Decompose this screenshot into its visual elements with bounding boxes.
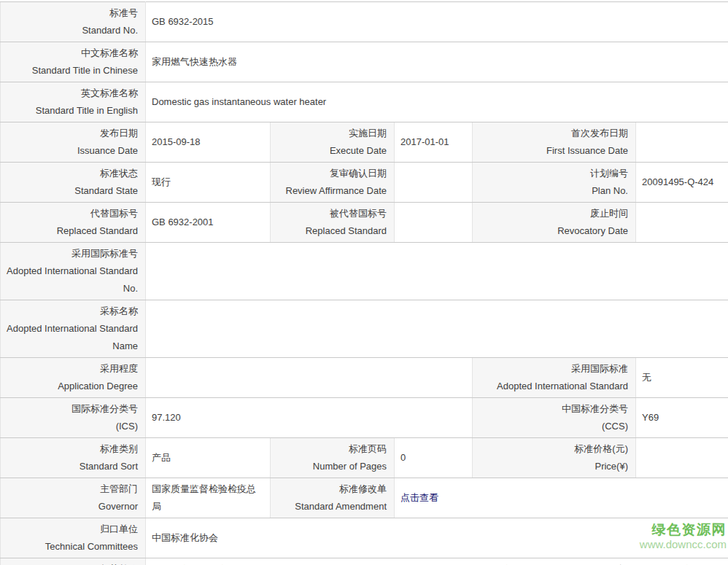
drafting-committee-value: 广东万家广东万家乐燃气具有限公司、青岛经济技术开发区海尔热水器有限公司、国家燃气… <box>146 558 728 565</box>
title-english-label-en: Standard Title in English <box>4 102 138 120</box>
adopted-intl-standard-label-zh: 采用国际标准 <box>476 360 628 378</box>
number-of-pages-label-en: Number of Pages <box>274 458 387 475</box>
replaced-standard-label-en: Replaced Standard <box>4 222 138 240</box>
ccs-label-en: (CCS) <box>476 418 628 435</box>
adopted-intl-standard-no-value <box>146 243 728 300</box>
standard-amendment-value: 点击查看 <box>395 478 728 518</box>
adopted-intl-standard-no-label-zh: 采用国际标准号 <box>4 245 138 262</box>
standard-amendment-label: 标准修改单 Standard Amendment <box>271 478 395 518</box>
row-standard-no: 标准号 Standard No. GB 6932-2015 <box>1 2 728 42</box>
first-issuance-date-label-zh: 首次发布日期 <box>476 125 628 142</box>
title-english-value: Domestic gas instantaneous water heater <box>146 82 728 122</box>
row-state-plan: 标准状态 Standard State 现行 复审确认日期 Review Aff… <box>1 163 728 203</box>
execute-date-value: 2017-01-01 <box>395 122 473 163</box>
standard-amendment-label-zh: 标准修改单 <box>274 480 387 498</box>
standard-no-label-en: Standard No. <box>4 22 138 39</box>
adopted-intl-standard-value: 无 <box>636 358 728 398</box>
review-affirmance-date-value <box>395 163 473 203</box>
technical-committees-value: 中国标准化协会 <box>146 518 728 558</box>
plan-no-value: 20091495-Q-424 <box>636 163 728 203</box>
replaced-by-standard-label-zh: 被代替国标号 <box>274 205 387 222</box>
review-affirmance-date-label-zh: 复审确认日期 <box>274 165 387 182</box>
price-label-zh: 标准价格(元) <box>476 440 628 458</box>
row-application-degree: 采用程度 Application Degree 采用国际标准 Adopted I… <box>1 358 728 398</box>
row-drafting-committee: 起草单位 Drafting Committee 广东万家广东万家乐燃气具有限公司… <box>1 558 728 565</box>
plan-no-label-en: Plan No. <box>476 182 628 200</box>
ics-value: 97.120 <box>146 398 473 438</box>
first-issuance-date-label-en: First Issuance Date <box>476 142 628 160</box>
standard-sort-label: 标准类别 Standard Sort <box>1 438 146 478</box>
issuance-date-label-en: Issuance Date <box>4 142 138 160</box>
adopted-intl-standard-name-label-zh: 采标名称 <box>4 303 138 320</box>
row-governor-amendment: 主管部门 Governor 国家质量监督检验检疫总局 标准修改单 Standar… <box>1 478 728 518</box>
ccs-label-zh: 中国标准分类号 <box>476 400 628 418</box>
technical-committees-label-zh: 归口单位 <box>4 521 138 538</box>
execute-date-label: 实施日期 Execute Date <box>271 122 395 163</box>
standard-sort-label-zh: 标准类别 <box>4 440 138 458</box>
drafting-committee-label-zh: 起草单位 <box>4 561 138 565</box>
adopted-intl-standard-name-value <box>146 300 728 358</box>
title-english-label-zh: 英文标准名称 <box>4 85 138 102</box>
ccs-label: 中国标准分类号 (CCS) <box>473 398 636 438</box>
title-chinese-label: 中文标准名称 Standard Title in Chinese <box>1 42 146 82</box>
standard-state-label-zh: 标准状态 <box>4 165 138 182</box>
application-degree-label-zh: 采用程度 <box>4 360 138 378</box>
replaced-by-standard-value <box>395 203 473 243</box>
standard-no-label: 标准号 Standard No. <box>1 2 146 42</box>
review-affirmance-date-label-en: Review Affirmance Date <box>274 182 387 200</box>
replaced-standard-value: GB 6932-2001 <box>146 203 271 243</box>
issuance-date-label: 发布日期 Issuance Date <box>1 122 146 163</box>
standard-state-label: 标准状态 Standard State <box>1 163 146 203</box>
governor-value: 国家质量监督检验检疫总局 <box>146 478 271 518</box>
title-chinese-label-zh: 中文标准名称 <box>4 44 138 62</box>
review-affirmance-date-label: 复审确认日期 Review Affirmance Date <box>271 163 395 203</box>
standard-amendment-link[interactable]: 点击查看 <box>400 492 438 503</box>
revocatory-date-value <box>636 203 728 243</box>
price-value <box>636 438 728 478</box>
adopted-intl-standard-name-label-en: Adopted International Standard Name <box>4 320 138 355</box>
row-title-english: 英文标准名称 Standard Title in English Domesti… <box>1 82 728 122</box>
adopted-intl-standard-no-label: 采用国际标准号 Adopted International Standard N… <box>1 243 146 300</box>
adopted-intl-standard-label-en: Adopted International Standard <box>476 378 628 395</box>
revocatory-date-label-zh: 废止时间 <box>476 205 628 222</box>
standard-amendment-label-en: Standard Amendment <box>274 498 387 515</box>
first-issuance-date-label: 首次发布日期 First Issuance Date <box>473 122 636 163</box>
issuance-date-value: 2015-09-18 <box>146 122 271 163</box>
number-of-pages-label-zh: 标准页码 <box>274 440 387 458</box>
execute-date-label-zh: 实施日期 <box>274 125 387 142</box>
standard-no-label-zh: 标准号 <box>4 4 138 22</box>
row-adopted-intl-no: 采用国际标准号 Adopted International Standard N… <box>1 243 728 300</box>
standard-sort-label-en: Standard Sort <box>4 458 138 475</box>
governor-label: 主管部门 Governor <box>1 478 146 518</box>
plan-no-label: 计划编号 Plan No. <box>473 163 636 203</box>
number-of-pages-value: 0 <box>395 438 473 478</box>
adopted-intl-standard-label: 采用国际标准 Adopted International Standard <box>473 358 636 398</box>
row-technical-committees: 归口单位 Technical Committees 中国标准化协会 <box>1 518 728 558</box>
replaced-standard-label-zh: 代替国标号 <box>4 205 138 222</box>
technical-committees-label: 归口单位 Technical Committees <box>1 518 146 558</box>
price-label-en: Price(¥) <box>476 458 628 475</box>
replaced-standard-label: 代替国标号 Replaced Standard <box>1 203 146 243</box>
governor-label-zh: 主管部门 <box>4 480 138 498</box>
technical-committees-label-en: Technical Committees <box>4 538 138 556</box>
title-chinese-label-en: Standard Title in Chinese <box>4 62 138 79</box>
drafting-committee-label: 起草单位 Drafting Committee <box>1 558 146 565</box>
row-classification: 国际标准分类号 (ICS) 97.120 中国标准分类号 (CCS) Y69 <box>1 398 728 438</box>
ccs-value: Y69 <box>636 398 728 438</box>
standard-detail-table: 标准号 Standard No. GB 6932-2015 中文标准名称 Sta… <box>0 1 728 565</box>
ics-label: 国际标准分类号 (ICS) <box>1 398 146 438</box>
first-issuance-date-value <box>636 122 728 163</box>
issuance-date-label-zh: 发布日期 <box>4 125 138 142</box>
row-sort-pages-price: 标准类别 Standard Sort 产品 标准页码 Number of Pag… <box>1 438 728 478</box>
standard-state-value: 现行 <box>146 163 271 203</box>
adopted-intl-standard-name-label: 采标名称 Adopted International Standard Name <box>1 300 146 358</box>
title-chinese-value: 家用燃气快速热水器 <box>146 42 728 82</box>
application-degree-value <box>146 358 473 398</box>
row-title-chinese: 中文标准名称 Standard Title in Chinese 家用燃气快速热… <box>1 42 728 82</box>
application-degree-label-en: Application Degree <box>4 378 138 395</box>
governor-label-en: Governor <box>4 498 138 515</box>
plan-no-label-zh: 计划编号 <box>476 165 628 182</box>
price-label: 标准价格(元) Price(¥) <box>473 438 636 478</box>
number-of-pages-label: 标准页码 Number of Pages <box>271 438 395 478</box>
application-degree-label: 采用程度 Application Degree <box>1 358 146 398</box>
